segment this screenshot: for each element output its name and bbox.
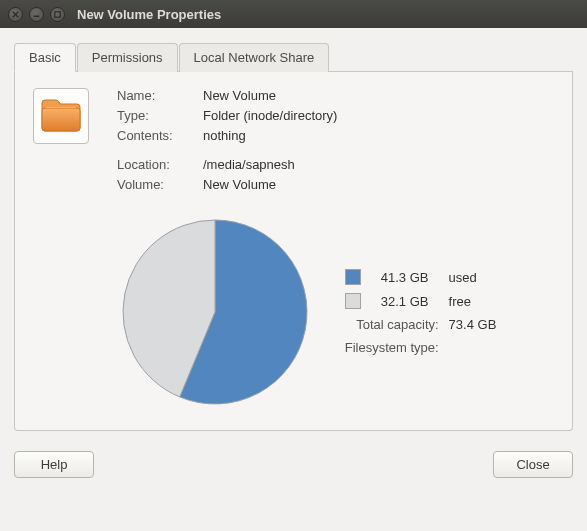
label-location: Location: <box>117 157 197 172</box>
folder-icon <box>40 97 82 135</box>
swatch-used <box>345 269 361 285</box>
tab-permissions[interactable]: Permissions <box>77 43 178 72</box>
value-name: New Volume <box>197 88 337 103</box>
tab-content-basic: Name: New Volume Type: Folder (inode/dir… <box>14 72 573 431</box>
tab-basic[interactable]: Basic <box>14 43 76 72</box>
window-body: Basic Permissions Local Network Share <box>0 28 587 441</box>
disk-usage-pie <box>115 212 315 412</box>
label-free: free <box>449 294 497 309</box>
value-free: 32.1 GB <box>381 294 439 309</box>
disk-usage-legend: 41.3 GB used 32.1 GB free Total capacity… <box>345 269 497 355</box>
value-location: /media/sapnesh <box>197 157 337 172</box>
value-total-capacity: 73.4 GB <box>449 317 497 332</box>
tab-local-network-share[interactable]: Local Network Share <box>179 43 330 72</box>
value-type: Folder (inode/directory) <box>197 108 337 123</box>
minimize-window-button[interactable] <box>29 7 44 22</box>
folder-icon-button[interactable] <box>33 88 89 144</box>
svg-rect-0 <box>55 11 60 16</box>
label-filesystem-type: Filesystem type: <box>345 340 439 355</box>
label-name: Name: <box>117 88 197 103</box>
basic-info: Name: New Volume Type: Folder (inode/dir… <box>117 88 337 143</box>
close-window-button[interactable] <box>8 7 23 22</box>
maximize-window-button[interactable] <box>50 7 65 22</box>
close-button[interactable]: Close <box>493 451 573 478</box>
window-title: New Volume Properties <box>77 7 221 22</box>
label-total-capacity: Total capacity: <box>345 317 439 332</box>
dialog-footer: Help Close <box>0 441 587 490</box>
value-used: 41.3 GB <box>381 270 439 285</box>
label-contents: Contents: <box>117 128 197 143</box>
help-button[interactable]: Help <box>14 451 94 478</box>
tabs: Basic Permissions Local Network Share <box>14 42 573 72</box>
label-volume: Volume: <box>117 177 197 192</box>
disk-usage-area: 41.3 GB used 32.1 GB free Total capacity… <box>33 212 554 412</box>
titlebar: New Volume Properties <box>0 0 587 28</box>
swatch-free <box>345 293 361 309</box>
label-used: used <box>449 270 497 285</box>
value-contents: nothing <box>197 128 337 143</box>
label-type: Type: <box>117 108 197 123</box>
value-volume: New Volume <box>197 177 337 192</box>
location-info: Location: /media/sapnesh Volume: New Vol… <box>117 157 337 192</box>
